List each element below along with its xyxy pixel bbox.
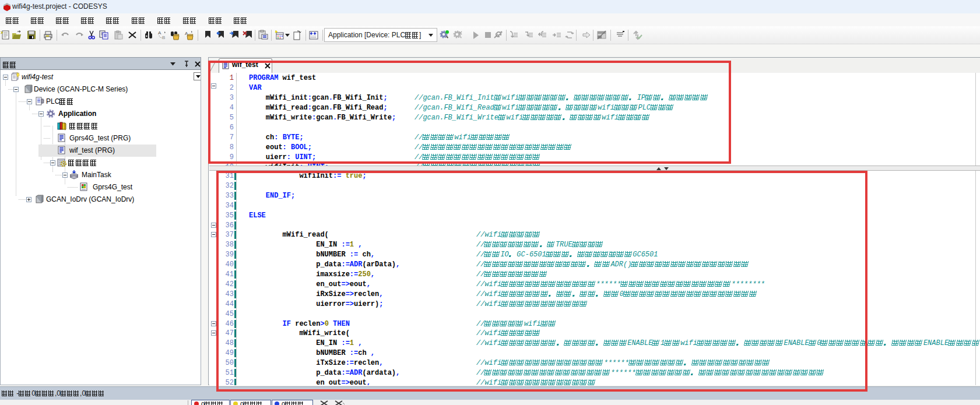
svg-text:A: A bbox=[158, 30, 161, 36]
svg-text:B: B bbox=[162, 35, 165, 40]
